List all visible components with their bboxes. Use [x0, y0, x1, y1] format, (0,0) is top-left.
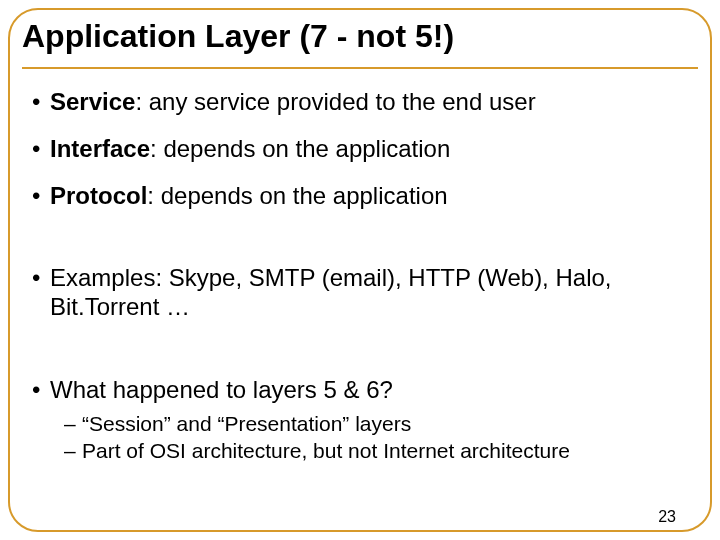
- sub-bullet-session-text: “Session” and “Presentation” layers: [82, 412, 411, 435]
- bullet-protocol-text: : depends on the application: [147, 182, 447, 209]
- spacer: [32, 340, 688, 368]
- sub-bullet-osi: Part of OSI architecture, but not Intern…: [64, 438, 688, 463]
- bullet-interface-text: : depends on the application: [150, 135, 450, 162]
- title-underline: [22, 67, 698, 69]
- bullet-service-text: : any service provided to the end user: [135, 88, 535, 115]
- page-number: 23: [658, 508, 676, 526]
- bullet-protocol-label: Protocol: [50, 182, 147, 209]
- bullet-examples-text: Examples: Skype, SMTP (email), HTTP (Web…: [50, 264, 611, 320]
- title-area: Application Layer (7 - not 5!): [22, 14, 698, 69]
- bullet-protocol: Protocol: depends on the application: [32, 182, 688, 211]
- sub-bullet-osi-text: Part of OSI architecture, but not Intern…: [82, 439, 570, 462]
- sub-bullet-session: “Session” and “Presentation” layers: [64, 411, 688, 436]
- slide: Application Layer (7 - not 5!) Service: …: [0, 0, 720, 540]
- slide-title: Application Layer (7 - not 5!): [22, 14, 698, 65]
- bullet-interface-label: Interface: [50, 135, 150, 162]
- spacer: [32, 228, 688, 256]
- bullet-layers56: What happened to layers 5 & 6?: [32, 376, 688, 405]
- slide-body: Service: any service provided to the end…: [32, 80, 688, 465]
- bullet-layers56-text: What happened to layers 5 & 6?: [50, 376, 393, 403]
- bullet-examples: Examples: Skype, SMTP (email), HTTP (Web…: [32, 264, 688, 322]
- bullet-service-label: Service: [50, 88, 135, 115]
- bullet-service: Service: any service provided to the end…: [32, 88, 688, 117]
- bullet-interface: Interface: depends on the application: [32, 135, 688, 164]
